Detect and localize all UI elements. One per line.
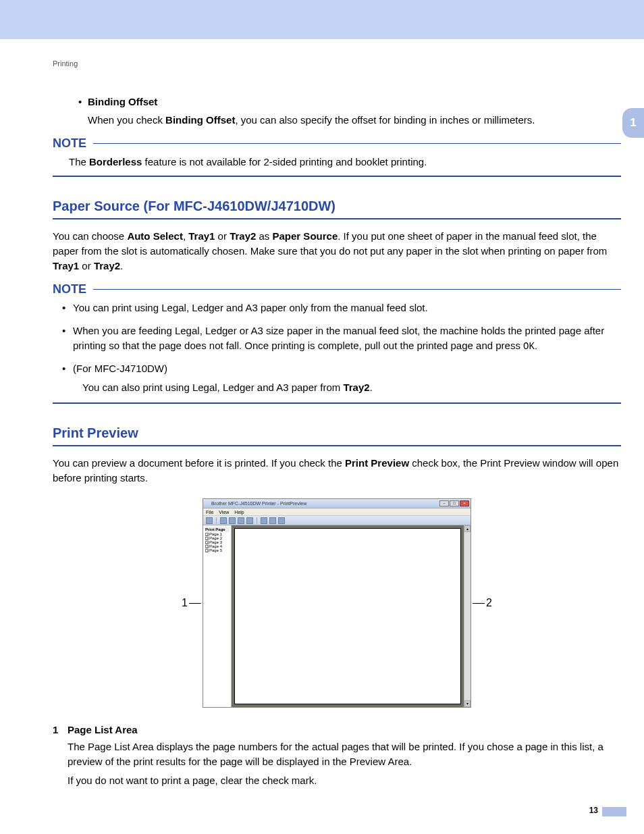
callout-line xyxy=(473,603,485,604)
menu-view[interactable]: View xyxy=(219,510,229,515)
note-rule xyxy=(93,289,621,290)
checkbox-icon[interactable] xyxy=(205,533,209,536)
menu-help[interactable]: Help xyxy=(234,510,244,515)
preview-area xyxy=(232,525,464,707)
callout-line xyxy=(189,603,201,604)
prev-page-icon[interactable] xyxy=(229,517,236,524)
callout-1: 1 xyxy=(182,597,188,609)
numlist-index: 1 xyxy=(53,724,68,735)
note2-item3: •(For MFC-J4710DW) xyxy=(62,361,621,376)
zoom-fit-icon[interactable] xyxy=(278,517,285,524)
window-titlebar: Brother MFC-J4510DW Printer - PrintPrevi… xyxy=(203,499,471,509)
note2-item1: •You can print using Legal, Ledger and A… xyxy=(62,301,621,315)
numlist-desc-1b: If you do not want to print a page, clea… xyxy=(68,773,621,788)
scroll-down-icon[interactable]: ▾ xyxy=(464,700,471,707)
binding-offset-desc: When you check Binding Offset, you can a… xyxy=(88,113,621,127)
toolbar xyxy=(203,516,471,525)
running-header: Printing xyxy=(53,59,621,68)
maximize-icon[interactable]: □ xyxy=(450,500,459,506)
note-label: NOTE xyxy=(53,136,86,151)
scroll-up-icon[interactable]: ▴ xyxy=(464,525,471,532)
page-number: 13 xyxy=(589,806,598,815)
page-list-area[interactable]: Print Page Page 1 Page 2 Page 3 Page 4 P… xyxy=(203,525,232,707)
note2-item2: • When you are feeding Legal, Ledger or … xyxy=(62,323,621,353)
heading-underline xyxy=(53,218,621,219)
zoom-out-icon[interactable] xyxy=(269,517,276,524)
window-title: Brother MFC-J4510DW Printer - PrintPrevi… xyxy=(205,501,306,506)
note2-item3-sub: You can also print using Legal, Ledger a… xyxy=(82,380,621,394)
note-rule xyxy=(93,143,621,144)
preview-page xyxy=(234,528,461,704)
bullet-dot: • xyxy=(78,96,88,107)
scrollbar[interactable]: ▴ ▾ xyxy=(464,525,471,707)
note1-text: The Borderless feature is not available … xyxy=(69,155,621,169)
page-list-item[interactable]: Page 5 xyxy=(205,548,230,552)
print-icon[interactable] xyxy=(206,517,213,524)
minimize-icon[interactable]: – xyxy=(439,500,449,506)
top-banner xyxy=(0,0,644,39)
callout-2: 2 xyxy=(486,597,492,609)
checkbox-icon[interactable] xyxy=(205,537,209,540)
print-preview-heading: Print Preview xyxy=(53,425,621,445)
menu-file[interactable]: File xyxy=(206,510,213,515)
divider xyxy=(53,402,621,404)
close-icon[interactable]: × xyxy=(460,500,469,506)
note-label: NOTE xyxy=(53,282,86,296)
numlist-title: Page List Area xyxy=(68,724,138,735)
paper-source-body: You can choose Auto Select, Tray1 or Tra… xyxy=(53,229,621,273)
page-list-header: Print Page xyxy=(205,527,230,532)
print-preview-window: Brother MFC-J4510DW Printer - PrintPrevi… xyxy=(203,498,471,708)
checkbox-icon[interactable] xyxy=(205,545,209,548)
binding-offset-heading: Binding Offset xyxy=(88,96,157,107)
heading-underline xyxy=(53,445,621,446)
numlist-desc-1a: The Page List Area displays the page num… xyxy=(68,739,621,769)
divider xyxy=(53,176,621,177)
menubar: File View Help xyxy=(203,509,471,516)
last-page-icon[interactable] xyxy=(246,517,253,524)
checkbox-icon[interactable] xyxy=(205,549,209,552)
zoom-in-icon[interactable] xyxy=(261,517,267,524)
first-page-icon[interactable] xyxy=(220,517,227,524)
paper-source-heading: Paper Source (For MFC-J4610DW/J4710DW) xyxy=(53,199,621,218)
checkbox-icon[interactable] xyxy=(205,541,209,544)
next-page-icon[interactable] xyxy=(238,517,244,524)
print-preview-body: You can preview a document before it is … xyxy=(53,456,621,486)
footer-accent xyxy=(602,807,626,816)
